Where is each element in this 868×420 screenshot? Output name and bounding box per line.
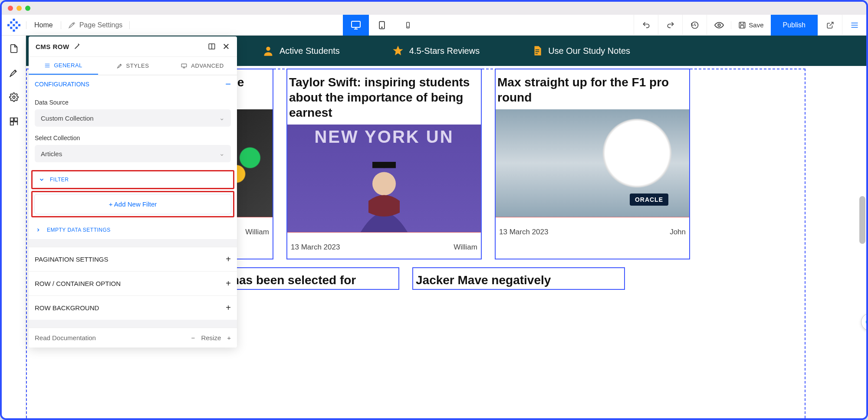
menu-button[interactable] <box>842 15 866 36</box>
page-settings-label: Page Settings <box>79 21 123 29</box>
gear-icon <box>9 92 19 102</box>
svg-rect-19 <box>10 122 13 125</box>
label-select-collection: Select Collection <box>35 135 231 141</box>
device-mobile-button[interactable] <box>395 15 421 36</box>
close-icon[interactable] <box>222 43 230 50</box>
svg-point-22 <box>372 172 396 195</box>
svg-point-20 <box>266 47 270 51</box>
logo-icon <box>7 19 20 32</box>
helmet-icon <box>598 118 676 196</box>
rail-settings-button[interactable] <box>7 90 21 104</box>
pencil-icon[interactable] <box>74 43 81 50</box>
publish-button[interactable]: Publish <box>771 15 818 36</box>
card-title: Taylor Swift: inspiring students about t… <box>287 69 481 125</box>
article-card-4[interactable]: Jacker Mave negatively <box>412 267 625 290</box>
svg-point-13 <box>408 26 408 27</box>
panel-title: CMS ROW <box>36 43 69 50</box>
plus-icon: + <box>226 303 231 313</box>
article-card-2[interactable]: Max straight up for the F1 pro round ORA… <box>495 69 690 259</box>
chevron-down-icon: ⌄ <box>219 150 225 158</box>
resize-increase[interactable]: + <box>227 334 231 341</box>
left-rail <box>2 36 26 418</box>
select-data-source[interactable]: Custom Collection ⌄ <box>35 109 231 127</box>
tab-general[interactable]: GENERAL <box>29 57 98 75</box>
label-data-source: Data Source <box>35 99 231 106</box>
banner-item-reviews: 4.5-Stars Reviews <box>392 45 480 57</box>
external-link-icon <box>826 21 834 29</box>
app-logo[interactable] <box>2 19 26 32</box>
rail-pages-button[interactable] <box>7 42 21 56</box>
mac-close-icon[interactable] <box>8 6 13 11</box>
history-button[interactable] <box>682 15 707 36</box>
tablet-icon <box>378 20 386 30</box>
svg-rect-17 <box>10 118 13 121</box>
save-label: Save <box>749 21 763 29</box>
svg-rect-7 <box>16 26 18 29</box>
resize-decrease[interactable]: − <box>191 334 195 341</box>
section-configurations-label: CONFIGURATIONS <box>35 81 89 88</box>
card-date: 13 March 2023 <box>291 243 340 252</box>
plus-icon: + <box>226 254 231 264</box>
banner-reviews-label: 4.5-Stars Reviews <box>409 46 480 56</box>
eye-icon <box>714 20 724 30</box>
columns-icon[interactable] <box>207 43 216 50</box>
mobile-icon <box>404 20 411 30</box>
svg-rect-8 <box>13 30 15 32</box>
tab-styles[interactable]: STYLES <box>98 57 168 75</box>
card-image: NEW YORK UN <box>287 125 481 232</box>
card-author: John <box>670 228 686 236</box>
banner-notes-label: Use Our Study Notes <box>548 46 630 56</box>
tab-general-label: GENERAL <box>54 62 82 69</box>
rail-layers-button[interactable] <box>7 115 21 128</box>
panel-tabs: GENERAL STYLES ADVANCED <box>29 57 237 75</box>
article-card-1[interactable]: Taylor Swift: inspiring students about t… <box>286 69 482 259</box>
card-title: Jacker Mave negatively <box>416 273 621 287</box>
home-button[interactable]: Home <box>26 21 61 29</box>
section-pagination-label: PAGINATION SETTINGS <box>35 256 108 263</box>
redo-button[interactable] <box>658 15 682 36</box>
chevron-down-icon <box>39 177 45 183</box>
section-row-background[interactable]: ROW BACKGROUND + <box>29 295 237 320</box>
open-external-button[interactable] <box>818 15 842 36</box>
section-row-container[interactable]: ROW / CONTAINER OPTION + <box>29 271 237 295</box>
device-desktop-button[interactable] <box>343 15 369 36</box>
filter-section-toggle[interactable]: FILTER <box>33 171 233 188</box>
empty-data-settings-toggle[interactable]: EMPTY DATA SETTINGS <box>29 221 237 239</box>
device-tablet-button[interactable] <box>369 15 395 36</box>
card-title: Max straight up for the F1 pro round <box>496 69 689 109</box>
section-row-background-label: ROW BACKGROUND <box>35 304 99 312</box>
save-button[interactable]: Save <box>731 21 770 29</box>
resize-label: Resize <box>201 334 221 341</box>
add-new-filter-button[interactable]: + Add New Filter <box>34 194 231 214</box>
scrollbar-thumb[interactable] <box>859 196 865 244</box>
svg-rect-9 <box>352 21 360 27</box>
preview-button[interactable] <box>707 15 731 36</box>
select-data-source-value: Custom Collection <box>41 115 94 122</box>
svg-point-11 <box>381 27 382 28</box>
section-configurations[interactable]: CONFIGURATIONS − <box>29 75 237 93</box>
mac-zoom-icon[interactable] <box>25 6 30 11</box>
toolbar: Home Page Settings Save <box>2 15 866 36</box>
read-docs-link[interactable]: Read Documentation <box>35 334 96 341</box>
undo-button[interactable] <box>634 15 658 36</box>
section-pagination[interactable]: PAGINATION SETTINGS + <box>29 247 237 271</box>
mac-titlebar <box>2 2 866 15</box>
svg-rect-4 <box>13 24 15 26</box>
tab-advanced[interactable]: ADVANCED <box>168 57 237 75</box>
rail-design-button[interactable] <box>7 66 21 80</box>
banner-item-students: Active Students <box>262 45 340 57</box>
page-settings-button[interactable]: Page Settings <box>61 21 130 29</box>
list-icon <box>44 62 50 69</box>
page-icon <box>9 44 19 53</box>
banner-students-label: Active Students <box>279 46 340 56</box>
svg-point-14 <box>718 24 720 26</box>
tab-advanced-label: ADVANCED <box>191 62 224 69</box>
add-filter-highlight-box: + Add New Filter <box>31 191 234 217</box>
svg-rect-1 <box>10 21 12 23</box>
help-icon <box>866 318 868 326</box>
svg-rect-0 <box>13 19 15 21</box>
layers-icon <box>9 117 19 126</box>
select-collection[interactable]: Articles ⌄ <box>35 145 231 162</box>
mac-minimize-icon[interactable] <box>16 6 22 11</box>
monitor-icon <box>181 63 187 69</box>
